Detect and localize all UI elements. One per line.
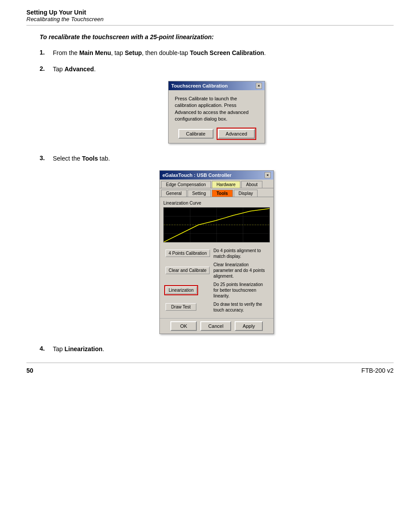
header-subtitle: Recalibrating the Touchscreen <box>26 16 394 22</box>
footer-page-number: 50 <box>26 367 33 374</box>
header-title: Setting Up Your Unit <box>26 9 394 16</box>
tab-setting[interactable]: Setting <box>188 190 211 197</box>
calibrate-button[interactable]: Calibrate <box>178 129 214 139</box>
step-2-number: 2. <box>40 65 53 72</box>
step-3: 3. Select the Tools tab. <box>40 154 380 163</box>
step-3-number: 3. <box>40 154 53 161</box>
dialog-calibration-titlebar: Touchscreen Calibration × <box>169 81 265 90</box>
section-heading: To recalibrate the touchscreen with a 25… <box>40 33 380 40</box>
footer-doc-name: FTB-200 v2 <box>361 367 394 374</box>
dialog-calibration-body: Press Calibrate to launch the calibratio… <box>169 90 265 143</box>
tabs-row-1: Edge Compensation Hardware About <box>160 180 273 188</box>
dialog-egalax: eGalaxTouch : USB Controller × Edge Comp… <box>159 170 274 334</box>
advanced-button[interactable]: Advanced <box>218 129 255 139</box>
step-2-text: Tap Advanced. <box>53 65 96 74</box>
dialog-calibration-close[interactable]: × <box>256 83 262 89</box>
page-footer: 50 FTB-200 v2 <box>26 367 394 374</box>
dialog-egalax-titlebar: eGalaxTouch : USB Controller × <box>160 171 273 180</box>
dialog-calibration: Touchscreen Calibration × Press Calibrat… <box>168 81 265 143</box>
step-3-text: Select the Tools tab. <box>53 154 110 163</box>
actions-table: 4 Points Calibration Do 4 points alignme… <box>163 246 270 315</box>
dialog-calibration-buttons: Calibrate Advanced <box>175 129 258 139</box>
dialog-calibration-message: Press Calibrate to launch the calibratio… <box>175 95 258 123</box>
step-1: 1. From the Main Menu, tap Setup, then d… <box>40 48 380 58</box>
desc-4points: Do 4 points alignment to match display. <box>214 248 261 259</box>
btn-ok[interactable]: OK <box>170 321 197 331</box>
tab-display[interactable]: Display <box>234 190 258 197</box>
curve-label: Linearization Curve <box>163 201 270 205</box>
page-container: Setting Up Your Unit Recalibrating the T… <box>0 0 420 387</box>
btn-clear[interactable]: Clear and Calibrate <box>166 267 210 274</box>
step-1-number: 1. <box>40 48 53 56</box>
action-row-4points: 4 Points Calibration Do 4 points alignme… <box>164 247 269 260</box>
tab-general[interactable]: General <box>161 190 187 197</box>
page-header: Setting Up Your Unit Recalibrating the T… <box>26 9 394 26</box>
action-row-linearization: Linearization Do 25 points linearization… <box>164 281 269 300</box>
tab-hardware[interactable]: Hardware <box>212 181 240 188</box>
footer-divider <box>26 363 394 363</box>
tab-edge-compensation[interactable]: Edge Compensation <box>161 181 211 188</box>
header-divider <box>26 25 394 26</box>
dialog-egalax-footer: OK Cancel Apply <box>160 318 273 334</box>
tabs-row-2: General Setting Tools Display <box>160 188 273 197</box>
dialog-egalax-close[interactable]: × <box>265 172 271 178</box>
btn-apply[interactable]: Apply <box>235 321 263 331</box>
desc-linearization: Do 25 points linearization for better to… <box>214 282 263 298</box>
btn-cancel[interactable]: Cancel <box>200 321 231 331</box>
dialog-egalax-title: eGalaxTouch : USB Controller <box>162 172 232 178</box>
screenshot-egalax: eGalaxTouch : USB Controller × Edge Comp… <box>53 170 380 334</box>
screenshot-calibration: Touchscreen Calibration × Press Calibrat… <box>53 81 380 143</box>
btn-4points[interactable]: 4 Points Calibration <box>166 249 210 257</box>
dialog-calibration-title: Touchscreen Calibration <box>171 83 228 88</box>
egalax-body: Linearization Curve <box>160 197 273 318</box>
step-4-number: 4. <box>40 345 53 352</box>
content-area: To recalibrate the touchscreen with a 25… <box>26 33 394 354</box>
desc-clear: Clear linearization parameter and do 4 p… <box>214 262 265 279</box>
step-1-text: From the Main Menu, tap Setup, then doub… <box>53 48 266 58</box>
tab-about[interactable]: About <box>241 181 262 188</box>
step-2: 2. Tap Advanced. <box>40 65 380 74</box>
linearization-chart <box>163 207 270 242</box>
action-row-draw: Draw Test Do draw test to verify the tou… <box>164 301 269 314</box>
step-4: 4. Tap Linearization. <box>40 345 380 354</box>
desc-draw: Do draw test to verify the touch accurac… <box>214 302 262 312</box>
chart-svg <box>164 208 269 242</box>
step-4-text: Tap Linearization. <box>53 345 104 354</box>
btn-draw-test[interactable]: Draw Test <box>166 303 196 311</box>
btn-linearization[interactable]: Linearization <box>166 286 197 294</box>
tab-tools[interactable]: Tools <box>212 190 233 197</box>
action-row-clear: Clear and Calibrate Clear linearization … <box>164 261 269 280</box>
